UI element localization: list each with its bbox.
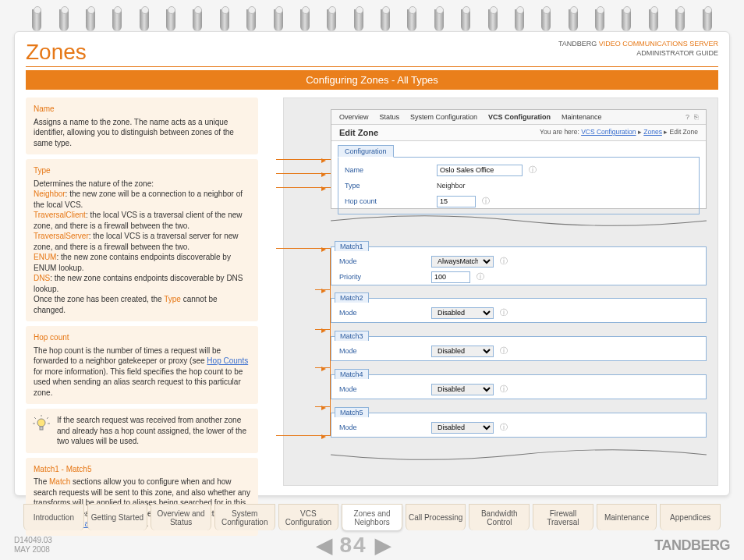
svg-rect-1 (40, 427, 43, 430)
arrow-icon: ▸ (321, 183, 326, 193)
page-number: 84 (340, 533, 367, 558)
arrow-icon: ▸ (321, 168, 326, 179)
configuration-form: Name ⓘ Type Neighbor Hop count ⓘ (338, 157, 700, 214)
nav-status[interactable]: Status (380, 113, 400, 121)
app-window: Overview Status System Configuration VCS… (331, 109, 707, 209)
tab-bandwidth-control[interactable]: Bandwidth Control (469, 504, 530, 530)
match1-mode-select[interactable]: AlwaysMatch (431, 256, 494, 268)
info-icon[interactable]: ⓘ (500, 256, 508, 267)
tab-overview-status[interactable]: Overview and Status (151, 504, 211, 530)
match3-mode-label: Mode (339, 347, 425, 355)
match1-mode-label: Mode (339, 257, 425, 265)
bc-zones[interactable]: Zones (643, 128, 662, 136)
prev-page-icon[interactable]: ◀ (317, 533, 332, 558)
help-icon[interactable]: ? (686, 113, 689, 121)
nav-overview[interactable]: Overview (339, 113, 369, 121)
svg-point-0 (37, 419, 45, 427)
info-icon[interactable]: ⓘ (529, 165, 537, 175)
info-icon[interactable]: ⓘ (500, 346, 508, 356)
match1-priority-label: Priority (339, 273, 425, 281)
arrow-icon: ▸ (321, 402, 326, 413)
field-name-label: Name (345, 166, 430, 174)
tab-appendices[interactable]: Appendices (660, 504, 721, 530)
match5-box: Match5 Mode Disabled ⓘ (331, 413, 707, 438)
lightbulb-icon (32, 415, 51, 434)
match5-mode-label: Mode (339, 424, 425, 431)
block-hopcount: Hop count The hop count is the number of… (26, 326, 258, 404)
logout-icon[interactable]: ⎘ (694, 113, 698, 121)
panel-title: Edit Zone (339, 128, 378, 137)
app-nav: Overview Status System Configuration VCS… (331, 110, 706, 125)
tab-vcs-config[interactable]: VCS Configuration (278, 504, 339, 530)
match4-tab[interactable]: Match4 (335, 369, 369, 379)
link-hop-counts[interactable]: Hop Counts (207, 356, 248, 365)
field-name-input[interactable] (437, 165, 523, 176)
spiral-binding (0, 0, 744, 31)
match3-mode-select[interactable]: Disabled (431, 346, 494, 357)
tab-introduction[interactable]: Introduction (23, 504, 84, 530)
field-type-label: Type (345, 182, 430, 190)
arrow-icon: ▸ (321, 285, 326, 296)
info-icon[interactable]: ⓘ (482, 196, 490, 207)
page-footer: D14049.03 MAY 2008 ◀ 84 ▶ TANDBERG (14, 533, 730, 557)
doc-id: D14049.03 (14, 536, 52, 545)
doc-date: MAY 2008 (14, 545, 52, 555)
match4-mode-select[interactable]: Disabled (431, 384, 494, 395)
field-hop-input[interactable] (437, 196, 476, 207)
breadcrumb: You are here: VCS Configuration ▸ Zones … (540, 128, 698, 137)
match4-box: Match4 Mode Disabled ⓘ (331, 374, 707, 399)
match3-box: Match3 Mode Disabled ⓘ (331, 336, 707, 361)
field-hop-label: Hop count (345, 197, 430, 205)
match2-mode-select[interactable]: Disabled (431, 307, 494, 319)
bottom-tab-bar: Introduction Getting Started Overview an… (14, 504, 730, 530)
nav-maint[interactable]: Maintenance (562, 113, 602, 121)
match2-box: Match2 Mode Disabled ⓘ (331, 298, 707, 323)
tab-system-config[interactable]: System Configuration (214, 504, 275, 530)
tab-getting-started[interactable]: Getting Started (87, 504, 148, 530)
tip-box: If the search request was received from … (26, 409, 258, 453)
info-icon[interactable]: ⓘ (500, 384, 508, 395)
tip-text: If the search request was received from … (57, 415, 252, 447)
match1-priority-input[interactable] (431, 271, 470, 283)
nav-vcsconf[interactable]: VCS Configuration (488, 113, 551, 121)
block-name: Name Assigns a name to the zone. The nam… (26, 97, 258, 154)
block-type: Type Determines the nature of the zone: … (26, 159, 258, 321)
match2-tab[interactable]: Match2 (335, 292, 369, 303)
page: Zones TANDBERG VIDEO COMMUNICATIONS SERV… (14, 31, 730, 496)
configuration-tab[interactable]: Configuration (338, 145, 394, 158)
block-hop-title: Hop count (34, 332, 250, 343)
screenshot-area: ▸ ▸ ▸ ▸ ▸ ▸ ▸ ▸ ▸ Overview Status System… (283, 97, 718, 486)
section-title-bar: Configuring Zones - All Types (26, 70, 718, 90)
arrow-icon: ▸ (321, 324, 326, 335)
tab-firewall-traversal[interactable]: Firewall Traversal (533, 504, 593, 530)
info-icon[interactable]: ⓘ (500, 422, 508, 433)
product-header: TANDBERG VIDEO COMMUNICATIONS SERVER ADM… (558, 40, 718, 58)
arrow-icon: ▸ (321, 243, 326, 254)
arrow-icon: ▸ (321, 431, 326, 441)
match5-mode-select[interactable]: Disabled (431, 422, 494, 434)
match2-mode-label: Mode (339, 309, 425, 317)
page-title: Zones (26, 40, 87, 65)
arrow-icon: ▸ (321, 154, 326, 165)
svg-line-4 (47, 417, 48, 419)
tab-call-processing[interactable]: Call Processing (406, 504, 466, 530)
tab-maintenance[interactable]: Maintenance (597, 504, 657, 530)
block-type-title: Type (34, 165, 250, 176)
block-type-intro: Determines the nature of the zone: (34, 179, 250, 190)
block-name-body: Assigns a name to the zone. The name act… (34, 117, 250, 149)
block-match-title: Match1 - Match5 (34, 464, 250, 475)
bc-vcsconf[interactable]: VCS Configuration (581, 128, 636, 136)
match5-tab[interactable]: Match5 (335, 407, 369, 417)
brand-logo: TANDBERG (654, 537, 730, 554)
next-page-icon[interactable]: ▶ (375, 533, 391, 558)
info-icon[interactable]: ⓘ (477, 271, 484, 282)
field-type-value: Neighbor (437, 182, 466, 190)
match3-tab[interactable]: Match3 (335, 331, 369, 341)
nav-sysconf[interactable]: System Configuration (410, 113, 477, 121)
svg-line-3 (34, 417, 36, 419)
match4-mode-label: Mode (339, 385, 425, 393)
info-icon[interactable]: ⓘ (500, 307, 508, 318)
tab-zones-neighbors[interactable]: Zones and Neighbors (342, 504, 402, 530)
arrow-icon: ▸ (321, 363, 326, 374)
match1-tab[interactable]: Match1 (335, 241, 369, 251)
